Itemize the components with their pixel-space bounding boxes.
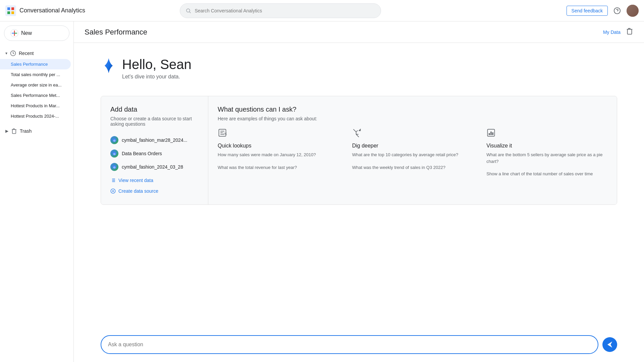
recent-section-header[interactable]: ▾ Recent (0, 48, 73, 59)
add-data-title: Add data (110, 106, 199, 113)
sidebar-item-total-sales[interactable]: Total sales monthly per ... (0, 69, 71, 80)
main-content: Hello, Sean Let's dive into your data. A… (74, 43, 644, 362)
questions-columns: 2K Quick lookups How many sales were mad… (218, 128, 607, 177)
app-title: Conversational Analytics (19, 7, 85, 14)
plus-circle-icon (110, 188, 116, 194)
send-feedback-button[interactable]: Send feedback (567, 6, 608, 16)
ask-input-wrapper[interactable] (101, 335, 598, 354)
cards-section: Add data Choose or create a data source … (101, 96, 617, 205)
svg-text:2K: 2K (223, 132, 227, 135)
page-trash-icon[interactable] (626, 27, 633, 37)
search-bar[interactable] (180, 3, 381, 18)
svg-rect-32 (491, 132, 492, 135)
svg-text:G: G (113, 166, 115, 169)
app-logo-icon (5, 5, 16, 16)
sidebar-item-avg-order[interactable]: Average order size in ea... (0, 80, 71, 90)
visualize-col: Visualize it What are the bottom 5 selle… (486, 128, 607, 177)
dig-deeper-icon (352, 128, 362, 137)
data-source-icon-1: G (110, 136, 118, 144)
quick-lookup-ex2: What was the total revenue for last year… (218, 164, 339, 171)
add-data-subtitle: Choose or create a data source to start … (110, 116, 199, 127)
search-input[interactable] (195, 8, 375, 13)
ask-input[interactable] (108, 342, 591, 348)
trash-section[interactable]: ▶ Trash (0, 125, 73, 137)
dig-deeper-ex1: What are the top 10 categories by averag… (352, 152, 473, 158)
hello-text: Hello, Sean Let's dive into your data. (122, 56, 192, 80)
data-source-name-3: cymbal_fashion_2024_03_28 (122, 164, 183, 170)
trash-icon (11, 128, 17, 134)
trash-expand-icon: ▶ (5, 129, 8, 133)
view-recent-label: View recent data (118, 178, 153, 183)
list-icon (110, 178, 116, 183)
app-logo: Conversational Analytics (5, 5, 85, 16)
hello-section: Hello, Sean Let's dive into your data. (101, 56, 617, 80)
visualize-ex2: Show a line chart of the total number of… (486, 171, 607, 177)
visualize-ex1: What are the bottom 5 sellers by average… (486, 152, 607, 165)
page-title: Sales Performance (85, 28, 147, 37)
svg-rect-4 (11, 11, 14, 14)
questions-card: What questions can I ask? Here are examp… (208, 96, 617, 204)
clock-icon (10, 50, 16, 56)
data-source-3[interactable]: G cymbal_fashion_2024_03_28 (110, 160, 199, 174)
greeting-subtitle: Let's dive into your data. (122, 74, 192, 80)
my-data-link[interactable]: My Data (603, 29, 621, 35)
sidebar-item-hottest-2024[interactable]: Hottest Products 2024-... (0, 111, 71, 121)
greeting-title: Hello, Sean (122, 56, 192, 72)
new-button-label: New (21, 30, 32, 36)
help-icon[interactable] (612, 5, 623, 16)
bottom-input-bar (74, 335, 644, 354)
recent-section: ▾ Recent Sales Performance Total sales m… (0, 46, 73, 123)
svg-rect-31 (489, 133, 490, 135)
gemini-star-icon (101, 58, 117, 74)
quick-lookup-icon: 2K (218, 128, 227, 137)
search-icon (185, 8, 191, 14)
svg-text:G: G (113, 153, 115, 156)
send-button[interactable] (602, 337, 617, 352)
view-recent-data-link[interactable]: View recent data (110, 176, 199, 184)
svg-rect-0 (5, 5, 16, 16)
content-area: Sales Performance My Data (74, 21, 644, 362)
topbar-right: Send feedback (567, 5, 639, 17)
send-icon (606, 341, 613, 348)
dig-deeper-ex2: What was the weekly trend of sales in Q3… (352, 164, 473, 171)
quick-lookup-ex1: How many sales were made on January 12, … (218, 152, 339, 158)
topbar: Conversational Analytics Send feedback (0, 0, 644, 21)
create-data-source-link[interactable]: Create data source (110, 187, 199, 195)
data-source-2[interactable]: G Data Beans Orders (110, 147, 199, 160)
data-source-icon-2: G (110, 149, 118, 158)
svg-text:G: G (113, 139, 115, 142)
svg-line-6 (190, 12, 191, 13)
user-avatar[interactable] (627, 5, 639, 17)
data-source-icon-3: G (110, 163, 118, 171)
quick-lookups-title: Quick lookups (218, 143, 339, 149)
trash-label: Trash (20, 128, 32, 134)
visualize-title: Visualize it (486, 143, 607, 149)
create-source-label: Create data source (118, 188, 158, 194)
data-source-name-1: cymbal_fashion_mar28_2024... (122, 137, 187, 143)
new-plus-icon (10, 29, 18, 37)
svg-rect-2 (11, 7, 14, 10)
recent-label: Recent (19, 51, 34, 56)
sidebar: New ▾ Recent Sales Performance Total sal… (0, 21, 74, 362)
svg-rect-33 (492, 132, 494, 135)
svg-rect-3 (7, 11, 10, 14)
sidebar-item-sales-performance[interactable]: Sales Performance (0, 59, 71, 69)
visualize-icon (486, 128, 496, 137)
svg-rect-1 (7, 7, 10, 10)
collapse-arrow-icon: ▾ (5, 51, 7, 56)
dig-deeper-title: Dig deeper (352, 143, 473, 149)
add-data-card: Add data Choose or create a data source … (101, 96, 208, 204)
svg-point-5 (186, 9, 190, 12)
sidebar-item-hottest-mar[interactable]: Hottest Products in Mar... (0, 101, 71, 111)
page-header-right: My Data (603, 27, 633, 37)
sidebar-item-sales-met[interactable]: Sales Performance Met... (0, 90, 71, 101)
questions-title: What questions can I ask? (218, 106, 607, 113)
data-source-1[interactable]: G cymbal_fashion_mar28_2024... (110, 133, 199, 147)
data-source-name-2: Data Beans Orders (122, 151, 162, 156)
main-layout: New ▾ Recent Sales Performance Total sal… (0, 21, 644, 362)
page-header: Sales Performance My Data (74, 21, 644, 43)
dig-deeper-col: Dig deeper What are the top 10 categorie… (352, 128, 473, 177)
quick-lookups-col: 2K Quick lookups How many sales were mad… (218, 128, 339, 177)
questions-subtitle: Here are examples of things you can ask … (218, 116, 607, 121)
new-button[interactable]: New (4, 25, 69, 41)
